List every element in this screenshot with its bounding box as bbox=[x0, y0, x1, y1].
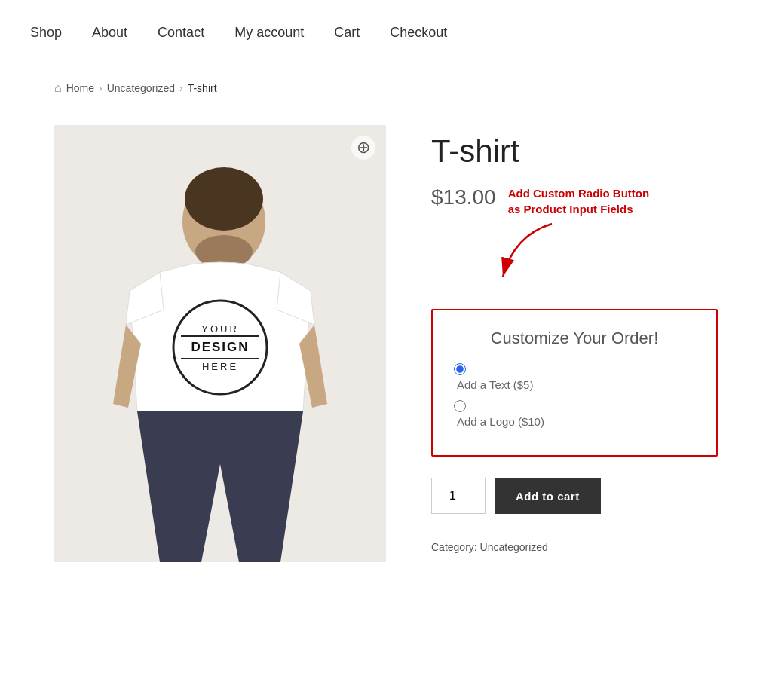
svg-text:HERE: HERE bbox=[202, 361, 238, 372]
svg-text:YOUR: YOUR bbox=[201, 323, 239, 335]
product-image-wrap: YOUR DESIGN HERE ⊕ bbox=[54, 125, 386, 562]
radio-option-logo: Add a Logo ($10) bbox=[454, 400, 695, 428]
breadcrumb: ⌂ Home › Uncategorized › T-shirt bbox=[54, 81, 718, 95]
nav-shop[interactable]: Shop bbox=[30, 25, 62, 41]
annotation-text: Add Custom Radio Button as Product Input… bbox=[508, 185, 659, 217]
annotation-arrow bbox=[492, 220, 582, 288]
quantity-input[interactable] bbox=[431, 478, 486, 514]
product-layout: YOUR DESIGN HERE ⊕ T-shirt bbox=[54, 125, 718, 562]
nav-contact[interactable]: Contact bbox=[158, 25, 204, 41]
nav-cart[interactable]: Cart bbox=[334, 25, 360, 41]
category-link[interactable]: Uncategorized bbox=[480, 541, 548, 553]
price-row: $13.00 Add Custom Radio Button as Produc… bbox=[431, 185, 718, 217]
radio-text-label[interactable]: Add a Text ($5) bbox=[454, 378, 695, 391]
product-image: YOUR DESIGN HERE bbox=[54, 125, 386, 562]
page-content: ⌂ Home › Uncategorized › T-shirt bbox=[24, 66, 748, 607]
product-details: T-shirt $13.00 Add Custom Radio Button a… bbox=[431, 125, 718, 553]
svg-point-4 bbox=[185, 167, 263, 231]
product-svg: YOUR DESIGN HERE bbox=[54, 125, 386, 562]
cart-row: Add to cart bbox=[431, 478, 718, 514]
home-icon: ⌂ bbox=[54, 81, 62, 95]
breadcrumb-sep2: › bbox=[179, 82, 183, 94]
breadcrumb-category[interactable]: Uncategorized bbox=[107, 82, 175, 94]
product-price: $13.00 bbox=[431, 185, 496, 209]
breadcrumb-sep1: › bbox=[99, 82, 103, 94]
customize-box: Customize Your Order! Add a Text ($5) Ad… bbox=[431, 309, 718, 457]
radio-logo[interactable] bbox=[454, 400, 466, 412]
nav-my-account[interactable]: My account bbox=[234, 25, 304, 41]
product-title: T-shirt bbox=[431, 133, 718, 170]
customize-title: Customize Your Order! bbox=[454, 329, 695, 348]
radio-option-text: Add a Text ($5) bbox=[454, 363, 695, 391]
radio-logo-label[interactable]: Add a Logo ($10) bbox=[454, 415, 695, 428]
breadcrumb-home[interactable]: Home bbox=[66, 82, 94, 94]
nav-checkout[interactable]: Checkout bbox=[390, 25, 447, 41]
breadcrumb-current: T-shirt bbox=[188, 82, 217, 94]
radio-text[interactable] bbox=[454, 363, 466, 375]
zoom-icon[interactable]: ⊕ bbox=[351, 136, 375, 160]
category-label: Category: bbox=[431, 541, 477, 553]
svg-text:DESIGN: DESIGN bbox=[191, 340, 249, 354]
add-to-cart-button[interactable]: Add to cart bbox=[495, 478, 601, 514]
nav-about[interactable]: About bbox=[92, 25, 127, 41]
main-nav: Shop About Contact My account Cart Check… bbox=[0, 0, 772, 66]
category-row: Category: Uncategorized bbox=[431, 541, 718, 553]
